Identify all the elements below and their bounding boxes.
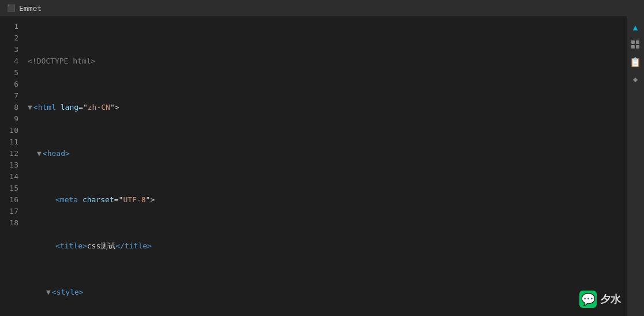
app-title: Emmet <box>19 4 42 13</box>
ln-1: 1 <box>0 21 18 32</box>
wechat-icon: 💬 <box>579 291 597 308</box>
line-numbers: 1 2 3 4 5 6 7 8 9 10 11 12 13 14 15 16 1… <box>0 16 23 316</box>
head-open-tag: <head> <box>43 148 70 159</box>
svg-rect-2 <box>631 45 635 49</box>
right-sidebar: ▲ 📋 ◆ <box>627 16 644 316</box>
svg-rect-3 <box>636 45 639 49</box>
code-line-3: ▼ <head> <box>28 148 627 159</box>
sidebar-btn-3[interactable]: 📋 <box>629 55 642 68</box>
html-open-tag: <html <box>33 102 61 113</box>
main-area: 1 2 3 4 5 6 7 8 9 10 11 12 13 14 15 16 1… <box>0 16 644 316</box>
svg-rect-0 <box>631 40 635 44</box>
svg-rect-1 <box>636 40 639 44</box>
ln-9: 9 <box>0 113 18 125</box>
ln-10: 10 <box>0 125 18 136</box>
title-bar: ⬛ Emmet <box>0 0 644 16</box>
ln-5: 5 <box>0 67 18 79</box>
code-line-2: ▼ <html lang="zh-CN"> <box>28 102 627 113</box>
code-line-6: ▼ <style> <box>28 287 627 298</box>
ln-15: 15 <box>0 183 18 194</box>
ln-13: 13 <box>0 159 18 171</box>
ln-2: 2 <box>0 32 18 44</box>
ln-16: 16 <box>0 194 18 206</box>
ln-8: 8 <box>0 102 18 113</box>
sidebar-btn-4[interactable]: ◆ <box>629 73 642 85</box>
code-line-5: <title>css测试</title> <box>28 240 627 252</box>
ln-17: 17 <box>0 206 18 217</box>
ln-14: 14 <box>0 171 18 183</box>
fold-arrow-2[interactable]: ▼ <box>28 102 32 113</box>
ln-11: 11 <box>0 136 18 148</box>
sidebar-btn-2[interactable] <box>629 38 642 51</box>
app-icon: ⬛ <box>7 4 16 12</box>
code-content[interactable]: <!DOCTYPE html> ▼ <html lang="zh-CN"> ▼ … <box>23 16 627 316</box>
ln-4: 4 <box>0 55 18 67</box>
code-line-1: <!DOCTYPE html> <box>28 55 627 67</box>
code-line-4: <meta charset="UTF-8"> <box>28 194 627 206</box>
ln-18: 18 <box>0 217 18 229</box>
watermark: 💬 夕水 <box>579 291 621 308</box>
ln-7: 7 <box>0 90 18 102</box>
ln-6: 6 <box>0 79 18 90</box>
fold-arrow-6[interactable]: ▼ <box>46 287 51 298</box>
ln-12: 12 <box>0 148 18 159</box>
fold-arrow-3[interactable]: ▼ <box>37 148 42 159</box>
sidebar-btn-1[interactable]: ▲ <box>629 21 642 34</box>
ln-3: 3 <box>0 44 18 55</box>
code-editor[interactable]: 1 2 3 4 5 6 7 8 9 10 11 12 13 14 15 16 1… <box>0 16 627 316</box>
doctype-text: <!DOCTYPE html> <box>28 55 95 67</box>
watermark-name: 夕水 <box>600 292 621 306</box>
